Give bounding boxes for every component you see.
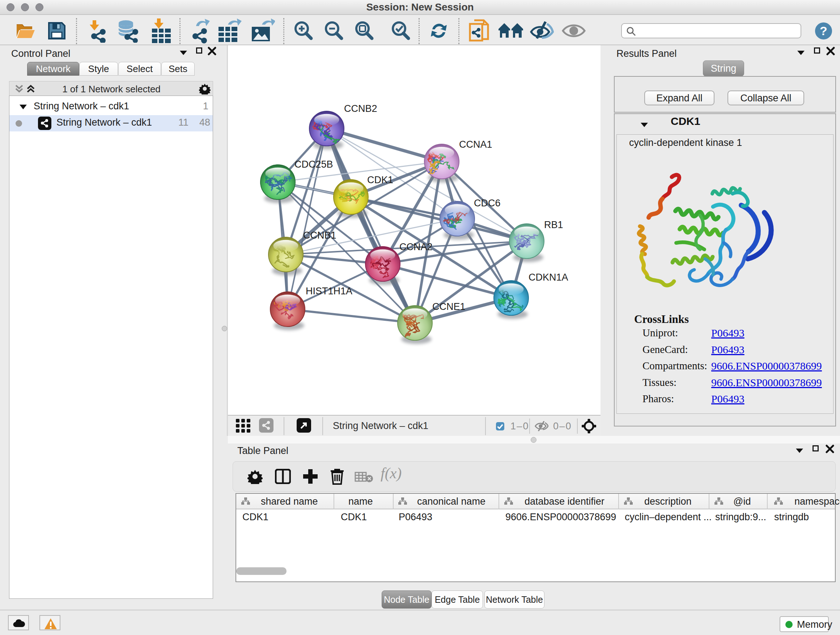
svg-text:CCNE1: CCNE1 xyxy=(432,301,466,312)
svg-text:CDC25B: CDC25B xyxy=(294,159,333,170)
svg-text:CCNB2: CCNB2 xyxy=(344,103,377,114)
svg-text:CDKN1A: CDKN1A xyxy=(529,272,568,283)
svg-text:CCNA1: CCNA1 xyxy=(459,139,493,150)
svg-text:CCNA2: CCNA2 xyxy=(399,241,433,252)
svg-text:RB1: RB1 xyxy=(544,219,563,230)
svg-text:HIST1H1A: HIST1H1A xyxy=(306,286,352,296)
svg-text:CCNB1: CCNB1 xyxy=(303,230,336,241)
svg-text:CDC6: CDC6 xyxy=(474,198,501,209)
svg-text:CDK1: CDK1 xyxy=(367,174,393,185)
